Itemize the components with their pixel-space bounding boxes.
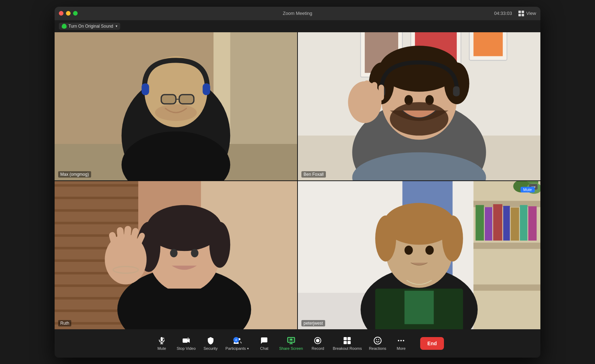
chat-button[interactable]: Chat xyxy=(254,334,275,353)
svg-point-97 xyxy=(442,215,463,261)
chat-icon xyxy=(260,336,268,345)
svg-rect-38 xyxy=(356,83,363,100)
svg-point-121 xyxy=(403,340,404,341)
svg-point-16 xyxy=(155,104,197,121)
peter-video-content xyxy=(298,181,540,329)
breakout-rooms-button[interactable]: Breakout Rooms xyxy=(330,334,365,353)
more-label: More xyxy=(397,346,406,351)
svg-rect-84 xyxy=(485,207,492,240)
video-cell-ruth: Ruth xyxy=(55,181,297,329)
participants-icon-wrap: 4 xyxy=(233,336,242,345)
participants-label: Participants xyxy=(226,346,246,351)
svg-point-66 xyxy=(191,249,198,257)
share-screen-label: Share Screen xyxy=(279,346,303,351)
mute-caret[interactable]: ▲ xyxy=(162,336,165,340)
more-icon xyxy=(397,336,405,345)
reactions-button[interactable]: Reactions xyxy=(366,334,389,353)
svg-rect-41 xyxy=(379,84,384,100)
svg-rect-85 xyxy=(493,204,502,241)
svg-rect-33 xyxy=(453,86,460,96)
chat-label: Chat xyxy=(260,346,268,351)
more-button[interactable]: More xyxy=(390,334,412,353)
participant-name-ruth: Ruth xyxy=(58,320,71,326)
reactions-icon xyxy=(373,336,382,345)
security-label: Security xyxy=(204,346,218,351)
view-button[interactable]: View xyxy=(518,10,536,17)
participants-caret[interactable]: ▲ xyxy=(246,347,249,350)
svg-point-98 xyxy=(405,245,413,254)
svg-point-73 xyxy=(110,237,142,273)
participants-label-wrap: Participants ▲ xyxy=(226,346,249,351)
mute-label: Mute xyxy=(523,187,532,192)
svg-point-119 xyxy=(398,340,399,341)
svg-rect-7 xyxy=(230,32,297,152)
svg-rect-89 xyxy=(528,206,537,241)
title-right-area: 04:33:03 View xyxy=(494,10,536,17)
svg-point-65 xyxy=(170,249,177,257)
record-button[interactable]: Record xyxy=(307,334,328,353)
stop-video-label: Stop Video xyxy=(177,346,196,351)
zoom-window: Zoom Meeting 04:33:03 View Turn On Origi… xyxy=(55,7,540,358)
title-bar: Zoom Meeting 04:33:03 View xyxy=(55,7,540,20)
meeting-timer: 04:33:03 xyxy=(494,11,512,16)
svg-rect-3 xyxy=(522,14,524,16)
svg-rect-11 xyxy=(141,83,149,95)
svg-rect-14 xyxy=(179,94,194,103)
svg-rect-114 xyxy=(344,341,347,344)
video-cell-ben: Ben Foxall xyxy=(298,32,540,180)
svg-rect-25 xyxy=(473,32,503,56)
security-icon xyxy=(206,336,215,345)
sub-toolbar: Turn On Original Sound ▾ xyxy=(55,20,540,32)
svg-rect-48 xyxy=(55,209,138,212)
traffic-lights xyxy=(59,11,78,16)
participant-name-peter: peterjwest xyxy=(301,320,325,326)
svg-rect-75 xyxy=(138,289,230,329)
maximize-button[interactable] xyxy=(73,11,78,16)
svg-rect-2 xyxy=(518,14,521,16)
minimize-button[interactable] xyxy=(66,11,71,16)
participants-count: 4 xyxy=(233,337,239,343)
svg-rect-1 xyxy=(522,11,524,13)
ruth-video-content xyxy=(55,181,297,329)
original-sound-button[interactable]: Turn On Original Sound ▾ xyxy=(59,23,120,30)
share-screen-button[interactable]: Share Screen xyxy=(276,334,306,353)
share-screen-icon xyxy=(287,336,295,345)
record-label: Record xyxy=(312,346,324,351)
svg-point-64 xyxy=(209,222,230,268)
svg-rect-113 xyxy=(347,337,351,340)
video-caret[interactable]: ▲ xyxy=(187,336,189,340)
grid-icon xyxy=(518,10,525,17)
reactions-label: Reactions xyxy=(369,346,386,351)
close-button[interactable] xyxy=(59,11,63,16)
svg-point-111 xyxy=(316,339,319,342)
svg-rect-46 xyxy=(55,184,138,186)
svg-rect-87 xyxy=(511,207,519,240)
mute-button[interactable]: ▲ Mute xyxy=(151,334,172,353)
mute-label: Mute xyxy=(157,346,166,351)
svg-rect-0 xyxy=(518,11,521,13)
svg-point-99 xyxy=(426,245,434,254)
dropdown-arrow: ▾ xyxy=(116,24,117,28)
breakout-rooms-label: Breakout Rooms xyxy=(333,346,362,351)
ben-video-content xyxy=(298,32,540,180)
svg-rect-82 xyxy=(473,284,540,291)
svg-rect-39 xyxy=(364,80,370,98)
video-grid: Max (omgmog) xyxy=(55,32,540,329)
security-button[interactable]: Security xyxy=(200,334,221,353)
max-video-content xyxy=(55,32,297,180)
svg-rect-40 xyxy=(372,82,378,99)
window-title: Zoom Meeting xyxy=(283,11,312,16)
svg-rect-12 xyxy=(202,83,210,95)
participants-button[interactable]: 4 Participants ▲ xyxy=(223,334,252,353)
svg-rect-88 xyxy=(520,205,527,240)
breakout-icon xyxy=(343,336,351,345)
mute-badge[interactable]: Mute xyxy=(521,187,535,192)
svg-rect-102 xyxy=(405,291,434,324)
svg-rect-81 xyxy=(473,242,540,249)
stop-video-button[interactable]: ▲ Stop Video xyxy=(174,334,199,353)
svg-rect-115 xyxy=(347,341,351,344)
participant-name-max: Max (omgmog) xyxy=(58,171,91,178)
end-button[interactable]: End xyxy=(420,337,444,350)
svg-point-116 xyxy=(374,337,381,344)
video-cell-max: Max (omgmog) xyxy=(55,32,297,180)
